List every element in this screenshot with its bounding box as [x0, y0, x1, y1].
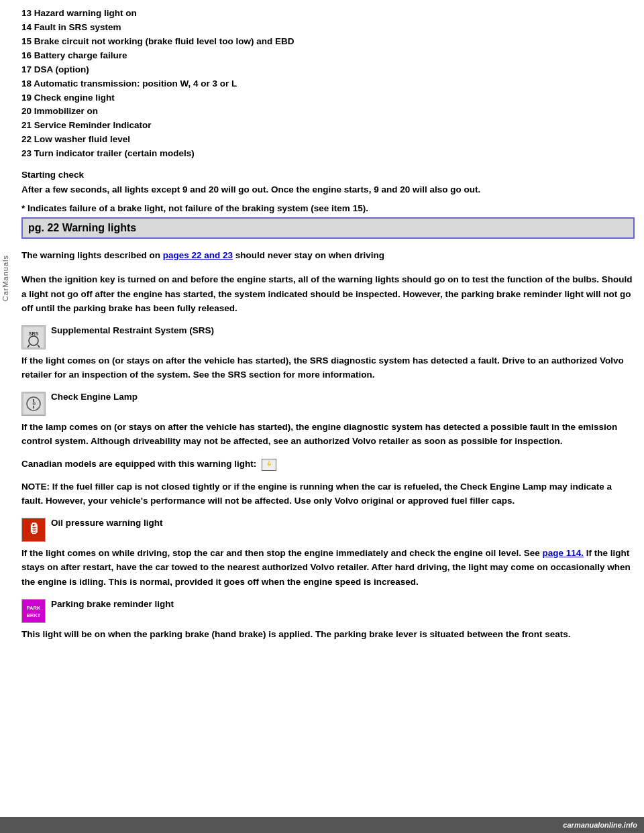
warning-intro-end: should never stay on when driving [233, 250, 384, 260]
warning-intro-text: The warning lights described on [21, 250, 163, 260]
park-text: This light will be on when the parking b… [21, 627, 635, 642]
srs-text: If the light comes on (or stays on after… [21, 353, 635, 382]
asterisk-note: * Indicates failure of a brake light, no… [21, 203, 635, 213]
park-icon-row: PARK BRKT Parking brake reminder light [21, 599, 635, 623]
svg-text:PARK: PARK [27, 605, 41, 611]
oil-pressure-section: 🛢 Oil pressure warning light If the ligh… [21, 518, 635, 590]
page-container: CarManuals 13 Hazard warning light on 14… [0, 0, 644, 833]
list-item-16: 16 Battery charge failure [21, 49, 635, 63]
pages-22-23-link[interactable]: pages 22 and 23 [163, 250, 233, 260]
list-item-14: 14 Fault in SRS system [21, 21, 635, 35]
starting-check-text: After a few seconds, all lights except 9… [21, 182, 635, 197]
park-heading: Parking brake reminder light [51, 599, 174, 609]
list-item-23: 23 Turn indicator trailer (certain model… [21, 147, 635, 161]
page-box: pg. 22 Warning lights [21, 217, 635, 239]
oil-pressure-icon: 🛢 [21, 518, 46, 542]
note-text: NOTE: If the fuel filler cap is not clos… [21, 480, 635, 508]
footer-url: carmanualonline.info [563, 821, 637, 829]
svg-rect-0 [23, 327, 44, 348]
ignition-text-block: When the ignition key is turned on and b… [21, 272, 635, 316]
oil-heading: Oil pressure warning light [51, 518, 163, 528]
parking-brake-section: PARK BRKT Parking brake reminder light T… [21, 599, 635, 642]
list-item-19: 19 Check engine light [21, 91, 635, 105]
canadian-icon: 🪝 [262, 459, 276, 471]
list-item-13: 13 Hazard warning light on [21, 7, 635, 21]
starting-check-section: Starting check After a few seconds, all … [21, 168, 635, 197]
check-engine-icon-row: ⚙ Check Engine Lamp [21, 392, 635, 416]
srs-icon-row: SRS Supplemental Restraint System (SRS) [21, 325, 635, 349]
srs-section: SRS Supplemental Restraint System (SRS) … [21, 325, 635, 382]
srs-heading: Supplemental Restraint System (SRS) [51, 325, 214, 335]
warning-intro-block: The warning lights described on pages 22… [21, 248, 635, 263]
canadian-text: Canadian models are equipped with this w… [21, 457, 635, 471]
svg-text:SRS: SRS [29, 331, 39, 336]
oil-text: If the light comes on while driving, sto… [21, 546, 635, 590]
sidebar-label: CarManuals [1, 255, 9, 301]
list-item-22: 22 Low washer fluid level [21, 133, 635, 147]
list-item-18: 18 Automatic transmission: position W, 4… [21, 77, 635, 91]
parking-brake-icon: PARK BRKT [21, 599, 46, 623]
list-item-17: 17 DSA (option) [21, 63, 635, 77]
footer-bar: carmanualonline.info [0, 817, 644, 833]
svg-text:BRKT: BRKT [27, 612, 41, 618]
srs-icon: SRS [21, 325, 46, 349]
page-114-link[interactable]: page 114. [542, 548, 584, 558]
list-item-15: 15 Brake circuit not working (brake flui… [21, 35, 635, 49]
numbered-list: 13 Hazard warning light on 14 Fault in S… [21, 7, 635, 161]
check-engine-heading: Check Engine Lamp [51, 392, 138, 402]
starting-check-heading: Starting check [21, 168, 635, 182]
list-item-20: 20 Immobilizer on [21, 105, 635, 119]
list-item-21: 21 Service Reminder Indicator [21, 119, 635, 133]
ignition-text: When the ignition key is turned on and b… [21, 274, 633, 313]
main-content: 13 Hazard warning light on 14 Fault in S… [21, 7, 635, 641]
oil-icon-row: 🛢 Oil pressure warning light [21, 518, 635, 542]
check-engine-section: ⚙ Check Engine Lamp If the lamp comes on… [21, 392, 635, 508]
check-engine-icon: ⚙ [21, 392, 46, 416]
svg-text:🛢: 🛢 [28, 522, 40, 536]
check-engine-text: If the lamp comes on (or stays on after … [21, 420, 635, 449]
